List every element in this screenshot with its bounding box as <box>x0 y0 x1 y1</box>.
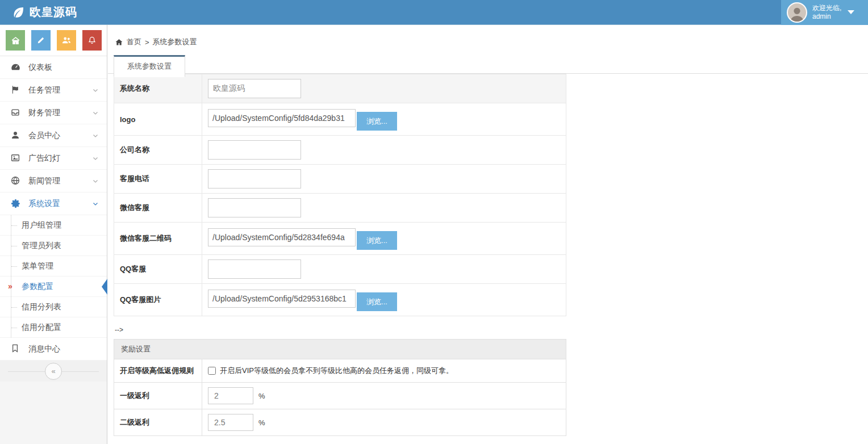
image-icon <box>10 153 21 164</box>
percent-suffix: % <box>258 418 265 427</box>
field-label: 二级返利 <box>114 409 202 436</box>
table-row: 系统名称 <box>114 74 566 103</box>
field-label: 系统名称 <box>114 74 202 103</box>
reward-settings-table: 奖励设置 开启等级高低返佣规则 开启后VIP等级低的会员拿不到等级比他高的会员任… <box>114 339 566 436</box>
table-row: logo 浏览... <box>114 103 566 136</box>
table-row: QQ客服图片 浏览... <box>114 284 566 316</box>
sidebar-subitem-credit-config[interactable]: 信用分配置 <box>0 317 107 338</box>
bell-icon[interactable] <box>82 30 102 51</box>
collapse-sidebar-button[interactable]: « <box>45 363 62 380</box>
sidebar-item-label: 新闻管理 <box>28 176 60 186</box>
active-arrow-icon <box>102 279 107 295</box>
sidebar-item-label: 任务管理 <box>28 85 60 95</box>
sidebar-item-banners[interactable]: 广告幻灯 <box>0 147 107 170</box>
sidebar-item-dashboard[interactable]: 仪表板 <box>0 56 107 79</box>
chevron-down-icon <box>92 87 99 94</box>
chevron-down-icon <box>92 155 99 162</box>
table-row: 客服电话 <box>114 165 566 194</box>
table-row: 微信客服 <box>114 194 566 223</box>
sidebar-item-system-settings[interactable]: 系统设置 <box>0 192 107 215</box>
table-row: 微信客服二维码 浏览... <box>114 223 566 255</box>
browse-button[interactable]: 浏览... <box>357 112 397 131</box>
bookmark-icon <box>10 344 21 354</box>
quickbar <box>0 25 107 56</box>
gauge-icon <box>10 62 21 73</box>
sidebar-subitem-user-groups[interactable]: 用户组管理 <box>0 215 107 236</box>
sidebar-subitem-admin-list[interactable]: 管理员列表 <box>0 236 107 256</box>
table-row: 公司名称 <box>114 136 566 165</box>
sidebar-item-tasks[interactable]: 任务管理 <box>0 79 107 102</box>
system-name-input[interactable] <box>208 79 301 98</box>
logo-path-input[interactable] <box>208 109 356 127</box>
sidebar-subitem-credit-list[interactable]: 信用分列表 <box>0 297 107 317</box>
table-row: 开启等级高低返佣规则 开启后VIP等级低的会员拿不到等级比他高的会员任务返佣，同… <box>114 359 566 383</box>
field-label: QQ客服图片 <box>114 284 202 316</box>
brand-title: 欧皇源码 <box>30 5 77 20</box>
chevron-down-icon <box>92 178 99 185</box>
field-label: 微信客服二维码 <box>114 223 202 255</box>
breadcrumb: 首页 > 系统参数设置 <box>108 25 868 47</box>
welcome-text: 欢迎光临, admin <box>812 4 841 21</box>
sidebar-item-label: 财务管理 <box>28 108 60 118</box>
browse-button[interactable]: 浏览... <box>357 231 397 250</box>
flag-icon <box>10 85 21 95</box>
field-label: 开启等级高低返佣规则 <box>114 359 202 383</box>
system-config-table: 系统名称 logo 浏览... 公司名称 客服电话 微信客服 微信客服二维码 <box>114 74 566 316</box>
table-row: QQ客服 <box>114 255 566 284</box>
level2-rebate-input[interactable] <box>208 414 253 431</box>
sidebar-item-label: 消息中心 <box>28 344 60 354</box>
sidebar-item-label: 仪表板 <box>28 62 52 73</box>
sidebar: 仪表板 任务管理 财务管理 会员中心 广告幻灯 <box>0 25 107 444</box>
top-header: 欧皇源码 欢迎光临, admin <box>0 0 868 25</box>
section-header-row: 奖励设置 <box>114 340 566 359</box>
drive-icon <box>10 107 21 118</box>
sidebar-subitem-parameter-config[interactable]: » 参数配置 <box>0 277 107 297</box>
section-title: 奖励设置 <box>114 340 566 359</box>
table-row: 二级返利 % <box>114 409 566 436</box>
company-name-input[interactable] <box>208 140 301 160</box>
tab-system-parameters[interactable]: 系统参数设置 <box>114 55 185 77</box>
browse-button[interactable]: 浏览... <box>357 292 397 311</box>
sidebar-footer-area <box>0 382 107 444</box>
table-row: 一级返利 % <box>114 383 566 409</box>
field-label: 微信客服 <box>114 194 202 223</box>
sidebar-item-label: 系统设置 <box>28 199 60 209</box>
comment-text: --> <box>115 326 868 334</box>
rebate-rule-checkbox[interactable] <box>208 367 216 375</box>
breadcrumb-current: 系统参数设置 <box>153 37 197 47</box>
chevron-down-icon <box>92 110 99 116</box>
breadcrumb-home-link[interactable]: 首页 <box>127 37 141 47</box>
home-icon[interactable] <box>6 30 25 51</box>
pencil-icon[interactable] <box>31 30 51 51</box>
service-phone-input[interactable] <box>208 169 301 189</box>
users-icon[interactable] <box>57 30 76 51</box>
main-content: 首页 > 系统参数设置 系统参数设置 系统名称 logo 浏览... 公司名称 … <box>108 25 868 444</box>
wechat-qrcode-path-input[interactable] <box>208 228 356 246</box>
active-marker-icon: » <box>8 282 12 291</box>
field-label: QQ客服 <box>114 255 202 284</box>
field-label: 一级返利 <box>114 383 202 409</box>
sidebar-subitem-menu-management[interactable]: 菜单管理 <box>0 256 107 277</box>
leaf-icon <box>11 6 25 19</box>
sidebar-item-finance[interactable]: 财务管理 <box>0 102 107 124</box>
tab-strip: 系统参数设置 <box>108 55 868 74</box>
sidebar-item-members[interactable]: 会员中心 <box>0 124 107 147</box>
sidebar-subitem-label: 用户组管理 <box>22 220 61 231</box>
avatar[interactable] <box>787 2 807 23</box>
sidebar-item-news[interactable]: 新闻管理 <box>0 170 107 192</box>
sidebar-subitem-label: 参数配置 <box>22 282 53 292</box>
brand: 欧皇源码 <box>0 5 77 20</box>
sidebar-item-message-center[interactable]: 消息中心 <box>0 338 107 361</box>
field-label: 客服电话 <box>114 165 202 194</box>
qq-image-path-input[interactable] <box>208 290 356 308</box>
qq-service-input[interactable] <box>208 259 301 279</box>
level1-rebate-input[interactable] <box>208 387 253 404</box>
user-icon <box>10 130 21 141</box>
percent-suffix: % <box>258 392 265 400</box>
chevron-down-icon <box>848 10 854 14</box>
field-label: 公司名称 <box>114 136 202 165</box>
chevron-down-icon <box>92 200 99 207</box>
sidebar-subitem-label: 管理员列表 <box>22 241 61 251</box>
wechat-service-input[interactable] <box>208 198 301 217</box>
user-dropdown[interactable]: 欢迎光临, admin <box>781 0 868 25</box>
